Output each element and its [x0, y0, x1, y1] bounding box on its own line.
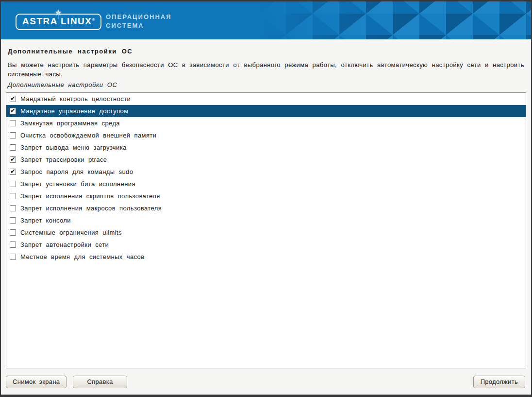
- brand-line1: ОПЕРАЦИОННАЯ: [106, 13, 172, 21]
- option-checkbox[interactable]: [10, 205, 16, 211]
- page-subtitle: Дополнительные настройки ОС: [8, 81, 524, 88]
- option-checkbox[interactable]: [10, 144, 16, 151]
- list-item[interactable]: Местное время для системных часов: [6, 251, 526, 263]
- option-checkbox[interactable]: [10, 254, 16, 260]
- option-label: Запрет исполнения макросов пользователя: [20, 205, 162, 212]
- option-checkbox[interactable]: [10, 193, 16, 199]
- option-label: Запрет консоли: [20, 217, 71, 224]
- list-item[interactable]: Системные ограничения ulimits: [6, 226, 526, 239]
- list-item[interactable]: Замкнутая программная среда: [6, 117, 526, 129]
- list-item[interactable]: Запрет установки бита исполнения: [6, 178, 526, 190]
- option-label: Запрос пароля для команды sudo: [20, 168, 133, 175]
- option-checkbox[interactable]: [10, 242, 16, 248]
- astra-linux-logo: ★ ASTRA LINUX®: [16, 14, 101, 30]
- option-checkbox[interactable]: [10, 169, 16, 175]
- option-label: Мандатное управление доступом: [20, 107, 129, 115]
- option-label: Системные ограничения ulimits: [20, 229, 122, 236]
- continue-button[interactable]: Продолжить: [473, 376, 525, 388]
- option-checkbox[interactable]: [10, 120, 16, 126]
- screenshot-button[interactable]: Снимок экрана: [6, 376, 66, 388]
- registered-mark: ®: [92, 17, 95, 22]
- option-checkbox[interactable]: [10, 96, 16, 102]
- page-title: Дополнительные настройки ОС: [8, 48, 524, 55]
- option-label: Мандатный контроль целостности: [20, 95, 131, 103]
- list-item[interactable]: Запрет вывода меню загрузчика: [6, 141, 526, 154]
- header-banner: ★ ASTRA LINUX® ОПЕРАЦИОННАЯ СИСТЕМА: [1, 1, 531, 39]
- option-checkbox[interactable]: [10, 229, 16, 236]
- list-item[interactable]: Мандатный контроль целостности: [6, 93, 526, 105]
- brand-line2: СИСТЕМА: [106, 21, 172, 30]
- list-item[interactable]: Запрос пароля для команды sudo: [6, 166, 526, 178]
- option-checkbox[interactable]: [10, 132, 16, 138]
- option-checkbox[interactable]: [10, 217, 16, 224]
- list-item[interactable]: Мандатное управление доступом: [6, 105, 526, 117]
- list-item[interactable]: Запрет консоли: [6, 214, 526, 226]
- list-item[interactable]: Запрет трассировки ptrace: [6, 154, 526, 166]
- option-label: Очистка освобождаемой внешней памяти: [20, 132, 156, 139]
- list-item[interactable]: Запрет исполнения макросов пользователя: [6, 202, 526, 214]
- option-label: Запрет установки бита исполнения: [20, 180, 135, 188]
- list-item[interactable]: Запрет исполнения скриптов пользователя: [6, 190, 526, 202]
- star-icon: ★: [55, 9, 62, 16]
- option-label: Запрет исполнения скриптов пользователя: [20, 192, 160, 200]
- option-checkbox[interactable]: [10, 108, 16, 114]
- brand-text: ОПЕРАЦИОННАЯ СИСТЕМА: [106, 13, 172, 30]
- logo-text: ASTRA LINUX: [22, 16, 92, 26]
- help-button[interactable]: Справка: [73, 376, 127, 388]
- footer-bar: Снимок экрана Справка Продолжить: [1, 373, 531, 395]
- option-label: Запрет вывода меню загрузчика: [20, 144, 127, 151]
- option-label: Запрет трассировки ptrace: [20, 156, 107, 163]
- option-label: Запрет автонастройки сети: [20, 241, 109, 248]
- option-label: Местное время для системных часов: [20, 253, 145, 260]
- options-list: Мандатный контроль целостности Мандатное…: [6, 92, 526, 368]
- list-item[interactable]: Запрет автонастройки сети: [6, 239, 526, 251]
- option-label: Замкнутая программная среда: [20, 120, 120, 127]
- option-checkbox[interactable]: [10, 156, 16, 163]
- list-item[interactable]: Очистка освобождаемой внешней памяти: [6, 129, 526, 141]
- header-fade-overlay: [259, 1, 531, 39]
- page-description: Вы можете настроить параметры безопаснос…: [8, 60, 524, 79]
- content-area: Дополнительные настройки ОС Вы можете на…: [1, 39, 531, 373]
- option-checkbox[interactable]: [10, 181, 16, 187]
- installer-window: ★ ASTRA LINUX® ОПЕРАЦИОННАЯ СИСТЕМА Допо…: [0, 0, 532, 397]
